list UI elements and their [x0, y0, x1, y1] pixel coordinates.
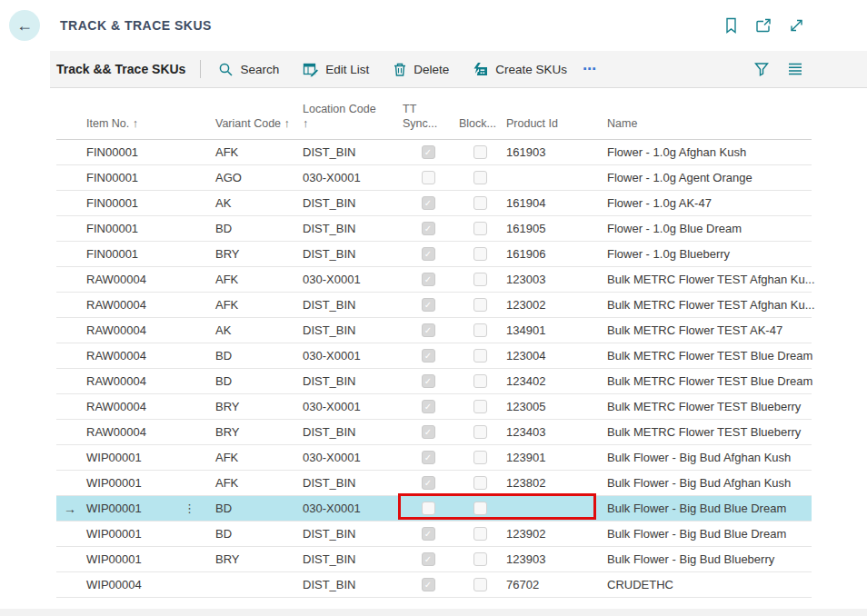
name-cell[interactable]: Bulk Flower - Big Bud Afghan Kush [604, 451, 812, 464]
tt-sync-checkbox[interactable]: ✓ [422, 578, 435, 591]
tt-sync-checkbox[interactable]: ✓ [422, 527, 435, 541]
column-header-item-no[interactable]: Item No. ↑ [84, 116, 213, 139]
location-code-cell[interactable]: DIST_BIN [300, 145, 400, 159]
more-options-button[interactable]: ⋯ [579, 61, 602, 77]
blocked-cell[interactable] [456, 425, 503, 439]
table-row[interactable]: FIN00001 AFK DIST_BIN ✓ 161903 Flower - … [56, 140, 812, 165]
location-code-cell[interactable]: DIST_BIN [300, 196, 400, 210]
item-no-cell[interactable]: FIN00001 [84, 196, 213, 210]
blocked-checkbox[interactable] [473, 298, 487, 312]
table-row[interactable]: RAW00004 BRY DIST_BIN ✓ 123403 Bulk METR… [56, 420, 812, 445]
item-no-cell[interactable]: RAW00004 [84, 349, 213, 363]
table-row[interactable]: RAW00004 AFK 030-X0001 ✓ 123003 Bulk MET… [56, 267, 812, 293]
tt-sync-cell[interactable] [400, 171, 456, 184]
tt-sync-checkbox[interactable]: ✓ [422, 196, 435, 210]
blocked-checkbox[interactable] [473, 196, 487, 210]
variant-code-cell[interactable]: AK [213, 196, 300, 210]
product-id-cell[interactable]: 123403 [503, 425, 604, 439]
name-cell[interactable]: CRUDETHC [604, 578, 812, 591]
table-row[interactable]: RAW00004 BRY 030-X0001 ✓ 123005 Bulk MET… [56, 394, 812, 420]
tt-sync-checkbox[interactable]: ✓ [422, 222, 435, 235]
tt-sync-cell[interactable]: ✓ [400, 145, 456, 159]
blocked-checkbox[interactable] [473, 374, 487, 388]
variant-code-cell[interactable]: AFK [213, 476, 300, 490]
location-code-cell[interactable]: DIST_BIN [300, 222, 400, 235]
tt-sync-cell[interactable]: ✓ [400, 476, 456, 490]
blocked-checkbox[interactable] [473, 349, 487, 363]
item-no-cell[interactable]: FIN00001 [84, 247, 213, 261]
item-no-cell[interactable]: FIN00001 [84, 145, 213, 159]
name-cell[interactable]: Bulk METRC Flower TEST Blue Dream [604, 349, 812, 363]
location-code-cell[interactable]: 030-X0001 [300, 349, 400, 363]
blocked-cell[interactable] [456, 247, 503, 261]
blocked-checkbox[interactable] [473, 171, 487, 184]
name-cell[interactable]: Bulk Flower - Big Bud Afghan Kush [604, 476, 812, 490]
table-row[interactable]: RAW00004 AFK DIST_BIN ✓ 123002 Bulk METR… [56, 293, 812, 318]
name-cell[interactable]: Flower - 1.0g Agent Orange [604, 171, 812, 184]
name-cell[interactable]: Flower - 1.0g Blue Dream [604, 222, 812, 235]
variant-code-cell[interactable]: BRY [213, 552, 300, 566]
blocked-cell[interactable] [456, 323, 503, 337]
item-no-cell[interactable]: RAW00004 [84, 273, 213, 286]
blocked-checkbox[interactable] [473, 527, 487, 541]
column-header-blocked[interactable]: Block... [456, 116, 503, 139]
delete-button[interactable]: Delete [381, 51, 461, 87]
product-id-cell[interactable]: 123003 [503, 273, 604, 286]
tt-sync-checkbox[interactable]: ✓ [422, 349, 435, 363]
blocked-checkbox[interactable] [473, 145, 487, 159]
blocked-checkbox[interactable] [473, 323, 487, 337]
item-no-cell[interactable]: WIP00001 [84, 527, 213, 541]
blocked-checkbox[interactable] [473, 400, 487, 413]
table-row[interactable]: FIN00001 AK DIST_BIN ✓ 161904 Flower - 1… [56, 191, 812, 216]
name-cell[interactable]: Bulk METRC Flower TEST Blue Dream [604, 374, 812, 388]
name-cell[interactable]: Bulk Flower - Big Bud Blueberry [604, 552, 812, 566]
variant-code-cell[interactable]: AK [213, 323, 300, 337]
location-code-cell[interactable]: DIST_BIN [300, 298, 400, 312]
name-cell[interactable]: Bulk METRC Flower TEST AK-47 [604, 323, 812, 337]
column-header-name[interactable]: Name [604, 116, 812, 139]
tt-sync-cell[interactable]: ✓ [400, 196, 456, 210]
item-no-cell[interactable]: WIP00004 [84, 578, 213, 591]
location-code-cell[interactable]: DIST_BIN [300, 552, 400, 566]
create-skus-button[interactable]: Create SKUs [461, 51, 579, 87]
name-cell[interactable]: Flower - 1.0g AK-47 [604, 196, 812, 210]
location-code-cell[interactable]: DIST_BIN [300, 578, 400, 591]
tt-sync-cell[interactable]: ✓ [400, 400, 456, 413]
tt-sync-checkbox[interactable]: ✓ [422, 145, 435, 159]
location-code-cell[interactable]: DIST_BIN [300, 527, 400, 541]
table-row[interactable]: FIN00001 BRY DIST_BIN ✓ 161906 Flower - … [56, 242, 812, 267]
variant-code-cell[interactable]: AFK [213, 145, 300, 159]
blocked-cell[interactable] [456, 527, 503, 541]
product-id-cell[interactable]: 123004 [503, 349, 604, 363]
variant-code-cell[interactable]: AGO [213, 171, 300, 184]
blocked-cell[interactable] [456, 171, 503, 184]
table-row[interactable]: RAW00004 AK DIST_BIN ✓ 134901 Bulk METRC… [56, 318, 812, 343]
item-no-cell[interactable]: RAW00004 [84, 374, 213, 388]
location-code-cell[interactable]: DIST_BIN [300, 425, 400, 439]
product-id-cell[interactable]: 161906 [503, 247, 604, 261]
item-no-cell[interactable]: WIP00001 [84, 451, 213, 464]
tt-sync-cell[interactable]: ✓ [400, 349, 456, 363]
name-cell[interactable]: Flower - 1.0g Blueberry [604, 247, 812, 261]
item-no-cell[interactable]: WIP00001 [84, 476, 213, 490]
table-row[interactable]: RAW00004 BD DIST_BIN ✓ 123402 Bulk METRC… [56, 369, 812, 394]
item-no-cell[interactable]: WIP00001 [84, 552, 213, 566]
variant-code-cell[interactable]: BRY [213, 247, 300, 261]
tt-sync-checkbox[interactable]: ✓ [422, 273, 435, 286]
location-code-cell[interactable]: DIST_BIN [300, 247, 400, 261]
tt-sync-cell[interactable]: ✓ [400, 425, 456, 439]
blocked-checkbox[interactable] [473, 476, 487, 490]
product-id-cell[interactable]: 123402 [503, 374, 604, 388]
product-id-cell[interactable]: 123902 [503, 527, 604, 541]
product-id-cell[interactable]: 123802 [503, 476, 604, 490]
item-no-cell[interactable]: FIN00001 [84, 222, 213, 235]
name-cell[interactable]: Bulk METRC Flower TEST Afghan Ku... [604, 273, 812, 286]
blocked-cell[interactable] [456, 578, 503, 591]
blocked-cell[interactable] [456, 400, 503, 413]
variant-code-cell[interactable]: AFK [213, 298, 300, 312]
item-no-cell[interactable]: RAW00004 [84, 323, 213, 337]
location-code-cell[interactable]: 030-X0001 [300, 273, 400, 286]
item-no-cell[interactable]: RAW00004 [84, 298, 213, 312]
tt-sync-cell[interactable]: ✓ [400, 222, 456, 235]
product-id-cell[interactable]: 123002 [503, 298, 604, 312]
